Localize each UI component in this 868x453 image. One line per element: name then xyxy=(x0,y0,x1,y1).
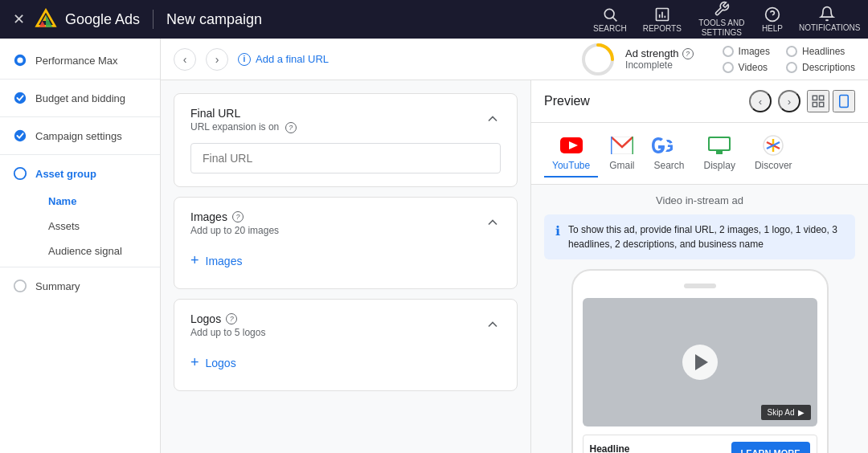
svg-point-18 xyxy=(14,280,26,292)
asset-item-videos: Videos xyxy=(723,62,770,73)
channel-tab-gmail[interactable]: Gmail xyxy=(601,129,642,178)
final-url-input[interactable] xyxy=(190,143,501,173)
channel-tab-search[interactable]: G G Search xyxy=(646,129,693,178)
asset-checklist: Images Videos Headlines xyxy=(723,46,855,73)
reports-nav-button[interactable]: REPORTS xyxy=(643,6,682,33)
phone-speaker xyxy=(684,284,716,288)
main-layout: Performance Max Budget and bidding Campa… xyxy=(0,39,868,453)
discover-icon xyxy=(762,134,784,157)
phone-mockup: Skip Ad ▶ Headline www.example.com LEARN… xyxy=(571,269,829,453)
images-card: Images ? Add up to 20 images + Images xyxy=(174,197,518,289)
logos-collapse-button[interactable] xyxy=(485,316,501,335)
learn-more-button[interactable]: LEARN MORE xyxy=(731,442,810,453)
skip-arrow-icon: ▶ xyxy=(798,408,805,417)
final-url-collapse-button[interactable] xyxy=(485,111,501,129)
app-logo: Google Ads xyxy=(35,8,140,31)
channel-tabs: YouTube Gmail xyxy=(531,123,868,185)
sidebar-item-asset-group[interactable]: Asset group xyxy=(0,158,160,189)
svg-point-5 xyxy=(604,9,614,18)
channel-tab-youtube[interactable]: YouTube xyxy=(544,129,598,178)
close-button[interactable]: ✕ xyxy=(13,10,25,28)
final-url-subtitle: URL expansion is on ? xyxy=(190,121,297,133)
nav-divider xyxy=(153,10,154,29)
skip-ad-button[interactable]: Skip Ad ▶ xyxy=(761,405,811,420)
sidebar-divider xyxy=(0,79,160,80)
search-nav-button[interactable]: SEARCH xyxy=(593,6,627,33)
svg-rect-21 xyxy=(813,96,817,100)
step-info: i Add a final URL xyxy=(238,53,329,66)
svg-rect-38 xyxy=(710,138,729,149)
sidebar-divider-4 xyxy=(0,267,160,267)
sidebar-subitem-name[interactable]: Name xyxy=(35,189,160,214)
ad-strength-circle xyxy=(580,42,616,77)
logos-help-icon[interactable]: ? xyxy=(226,313,237,324)
svg-rect-24 xyxy=(820,103,824,107)
asset-item-headlines: Headlines xyxy=(786,46,855,57)
sidebar-item-performance-max[interactable]: Performance Max xyxy=(0,45,160,76)
svg-point-15 xyxy=(14,92,26,104)
campaign-title: New campaign xyxy=(166,11,262,28)
plus-icon: + xyxy=(190,252,199,269)
preview-next-button[interactable]: › xyxy=(778,90,800,112)
svg-point-14 xyxy=(17,57,23,63)
sidebar-subitems: Name Assets Audience signal xyxy=(0,189,160,263)
channel-tab-display[interactable]: Display xyxy=(696,129,743,178)
add-logos-button[interactable]: + Logos xyxy=(190,348,501,378)
sidebar-subitem-audience-signal[interactable]: Audience signal xyxy=(35,239,160,263)
next-step-button[interactable]: › xyxy=(206,48,228,71)
images-help-icon[interactable]: ? xyxy=(232,211,244,222)
youtube-icon xyxy=(560,134,583,157)
sidebar-subitem-assets[interactable]: Assets xyxy=(35,214,160,239)
info-icon: i xyxy=(238,53,251,66)
asset-radio-images xyxy=(723,46,734,57)
info-banner-icon: ℹ xyxy=(555,223,560,239)
images-collapse-button[interactable] xyxy=(485,214,501,233)
add-images-button[interactable]: + Images xyxy=(190,246,501,275)
channel-tab-discover[interactable]: Discover xyxy=(747,129,800,178)
url-expansion-help-icon[interactable]: ? xyxy=(285,122,297,133)
gmail-icon xyxy=(611,134,633,157)
logos-header: Logos ? Add up to 5 logos xyxy=(190,312,501,338)
play-button[interactable] xyxy=(682,345,718,380)
logos-subtitle: Add up to 5 logos xyxy=(190,327,265,338)
nav-actions: SEARCH REPORTS TOOLS AND SETTINGS HELP N… xyxy=(593,1,855,38)
svg-rect-23 xyxy=(813,103,817,107)
sidebar-item-campaign-settings[interactable]: Campaign settings xyxy=(0,120,160,151)
step-header: ‹ › i Add a final URL Ad strength ? xyxy=(161,39,868,80)
help-nav-button[interactable]: HELP xyxy=(762,6,783,33)
tools-nav-button[interactable]: TOOLS AND SETTINGS xyxy=(698,1,746,38)
sidebar-item-budget-bidding[interactable]: Budget and bidding xyxy=(0,83,160,113)
preview-mobile-view-button[interactable] xyxy=(833,90,855,112)
images-title-area: Images ? Add up to 20 images xyxy=(190,210,279,236)
logos-title-area: Logos ? Add up to 5 logos xyxy=(190,312,265,338)
final-url-title: Final URL xyxy=(190,107,297,120)
preview-header: Preview ‹ › xyxy=(531,80,868,123)
ad-strength: Ad strength ? Incomplete Images Videos xyxy=(580,42,855,77)
asset-item-images: Images xyxy=(723,46,770,57)
ad-strength-text: Ad strength ? Incomplete xyxy=(625,47,694,71)
preview-prev-button[interactable]: ‹ xyxy=(749,90,772,112)
ad-headline: Headline xyxy=(590,443,657,454)
svg-point-17 xyxy=(14,168,26,179)
asset-radio-videos xyxy=(723,62,734,73)
logos-card: Logos ? Add up to 5 logos + Logos xyxy=(174,299,518,391)
svg-point-16 xyxy=(14,130,26,141)
sidebar-divider-2 xyxy=(0,116,160,117)
prev-step-button[interactable]: ‹ xyxy=(174,48,196,71)
asset-item-descriptions: Descriptions xyxy=(786,62,855,73)
ad-footer-text: Headline www.example.com xyxy=(590,443,657,454)
notifications-nav-button[interactable]: NOTIFICATIONS xyxy=(799,6,855,33)
preview-title: Preview xyxy=(544,94,590,108)
video-ad-label: Video in-stream ad xyxy=(544,194,855,206)
sidebar-divider-3 xyxy=(0,154,160,155)
info-banner-text: To show this ad, provide final URL, 2 im… xyxy=(568,222,844,251)
ad-strength-help-icon[interactable]: ? xyxy=(682,48,694,59)
sidebar-item-summary[interactable]: Summary xyxy=(0,271,160,301)
images-header: Images ? Add up to 20 images xyxy=(190,210,501,236)
asset-radio-headlines xyxy=(786,46,797,57)
svg-line-6 xyxy=(613,17,617,21)
final-url-card: Final URL URL expansion is on ? xyxy=(174,93,518,187)
play-icon xyxy=(695,354,708,370)
preview-grid-view-button[interactable] xyxy=(807,90,829,112)
svg-rect-37 xyxy=(716,151,723,154)
